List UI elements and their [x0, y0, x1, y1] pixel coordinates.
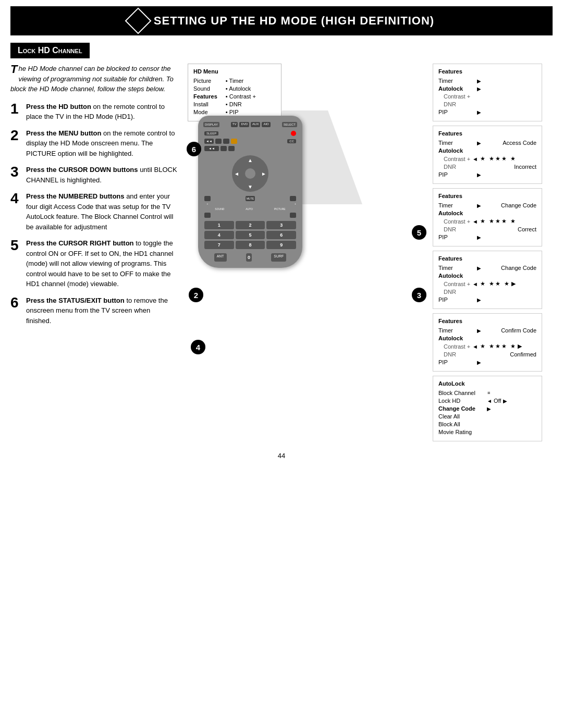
sb2-row-autolock: Autolock [438, 147, 536, 154]
play-btn [228, 146, 235, 151]
back-btn: ◄◄ [204, 146, 219, 151]
al-title: AutoLock [438, 380, 536, 387]
sb1-row-pip: PIP ▶ [438, 109, 536, 115]
menu-item-features: Features [193, 93, 217, 100]
num-6: 6 [266, 231, 296, 239]
al-block-channel: Block Channel ≡ [438, 390, 536, 396]
ch-down [290, 213, 296, 218]
step-6: 6 Press the STATUS/EXIT button to remove… [10, 295, 177, 326]
step-number-4: 4 [10, 191, 21, 206]
menu-item-mode: Mode [193, 109, 217, 115]
al-clear-all: Clear All [438, 413, 536, 419]
menu-item-sound: Sound [193, 85, 217, 92]
sb5-row-autolock: Autolock [438, 335, 536, 341]
num-0: 0 [246, 253, 252, 262]
hd-menu-left: Picture Sound Features Install Mode [193, 78, 217, 117]
menu-item-picture: Picture [193, 78, 217, 84]
sb1-row-contrast: Contrast + [438, 93, 536, 100]
bubble-2: 2 [189, 288, 203, 302]
surf-btn: SURF [271, 253, 286, 262]
sb3-title: Features [438, 193, 536, 199]
sb1-row-timer: Timer ▶ [438, 78, 536, 84]
remote-area: HD Menu Picture Sound Features Install M… [182, 64, 427, 441]
num-7: 7 [204, 241, 234, 249]
num-3: 3 [266, 221, 296, 229]
menus-column: Features Timer ▶ Autolock ▶ Contrast + D… [433, 64, 553, 441]
al-lock-hd: Lock HD ◄ Off ▶ [438, 398, 536, 404]
screen-box-1: Features Timer ▶ Autolock ▶ Contrast + D… [433, 64, 542, 121]
step-number-2: 2 [10, 128, 21, 143]
hd-menu-items: Picture Sound Features Install Mode Time… [193, 78, 276, 117]
sb3-row-autolock: Autolock [438, 210, 536, 216]
num-2: 2 [236, 221, 265, 229]
sb5-row-dnr: DNR Confirmed [438, 351, 536, 357]
step-5: 5 Press the CURSOR RIGHT button to toggl… [10, 238, 177, 289]
picture-label: PICTURE [274, 207, 286, 211]
step-text-1: Press the HD button on the remote contro… [26, 102, 177, 122]
al-change-code: Change Code ▶ [438, 405, 536, 412]
sb2-row-dnr: DNR Incorrect [438, 164, 536, 170]
step-4: 4 Press the NUMBERED buttons and enter y… [10, 191, 177, 232]
num-9: 9 [266, 241, 296, 249]
num-1: 1 [204, 221, 234, 229]
bubble-6: 6 [187, 142, 201, 156]
menu-item-dnr: DNR [226, 101, 256, 107]
vol-down [204, 213, 211, 218]
screen-box-3: Features Timer ▶ Change Code Autolock Co… [433, 188, 542, 246]
sb2-row-pip: PIP ▶ [438, 171, 536, 178]
page-title: Setting up the HD Mode (High Definition) [154, 14, 434, 28]
sb4-row-contrast: Contrast + ◄ ★ ★★ ★ ▶ [438, 280, 536, 287]
num-8: 8 [236, 241, 265, 249]
sb4-row-autolock: Autolock [438, 273, 536, 279]
mute-btn: MUTE [246, 196, 255, 201]
step-number-3: 3 [10, 165, 21, 179]
menu-item-autolock: Autolock [226, 85, 256, 92]
bubble-4: 4 [191, 340, 205, 354]
step-text-2: Press the MENU button on the remote cont… [26, 128, 177, 159]
bottom-row: ANT 0 SURF [202, 251, 298, 264]
intro-paragraph: The HD Mode channel can be blocked to ce… [10, 64, 177, 94]
screen-box-4: Features Timer ▶ Change Code Autolock Co… [433, 251, 542, 309]
btn-row3-1: ◄◄ [204, 139, 214, 144]
step-number-1: 1 [10, 102, 21, 116]
tv-btn: TV [231, 122, 238, 127]
sound-label: SOUND [215, 207, 224, 211]
diamond-icon [125, 8, 151, 34]
step-number-5: 5 [10, 238, 21, 253]
btn-row3-3 [223, 139, 229, 144]
display-btn: DISPLAY [203, 122, 219, 127]
instructions-panel: The HD Mode channel can be blocked to ce… [10, 64, 177, 441]
sb4-title: Features [438, 255, 536, 262]
sb2-title: Features [438, 130, 536, 137]
page-number: 44 [0, 452, 563, 470]
sb5-row-timer: Timer ▶ Confirm Code [438, 327, 536, 334]
screen-box-5: Features Timer ▶ Confirm Code Autolock C… [433, 313, 542, 372]
al-block-all: Block All [438, 421, 536, 427]
sb3-row-contrast: Contrast + ◄ ★ ★★★ ★ [438, 218, 536, 225]
btn-row3-4 [231, 139, 237, 144]
cc-btn: CC [287, 139, 296, 143]
fwd-btn [221, 146, 227, 151]
num-5: 5 [236, 231, 265, 239]
step-text-5: Press the CURSOR RIGHT button to toggle … [26, 238, 177, 289]
dropcap: T [10, 64, 17, 75]
sleep-btn: SLEEP [204, 131, 218, 135]
sb4-row-pip: PIP ▶ [438, 297, 536, 303]
bubble-5: 5 [412, 225, 426, 240]
sb3-row-timer: Timer ▶ Change Code [438, 202, 536, 208]
ch-up [290, 196, 296, 201]
num-4: 4 [204, 231, 234, 239]
hd-menu-title: HD Menu [193, 68, 276, 75]
step-3: 3 Press the CURSOR DOWN buttons until BL… [10, 165, 177, 185]
step-text-3: Press the CURSOR DOWN buttons until BLOC… [26, 165, 177, 185]
sb5-row-contrast: Contrast + ◄ ★ ★★★ ★ ▶ [438, 343, 536, 350]
step-1: 1 Press the HD button on the remote cont… [10, 102, 177, 122]
sb1-title: Features [438, 68, 536, 75]
sb1-row-autolock: Autolock ▶ [438, 85, 536, 92]
sb4-row-timer: Timer ▶ Change Code [438, 265, 536, 271]
al-movie-rating: Movie Rating [438, 429, 536, 435]
menu-item-timer: Timer [226, 78, 256, 84]
menu-item-install: Install [193, 101, 217, 107]
numpad: 1 2 3 4 5 6 7 8 9 [202, 219, 298, 251]
sb2-row-timer: Timer ▶ Access Code [438, 140, 536, 146]
